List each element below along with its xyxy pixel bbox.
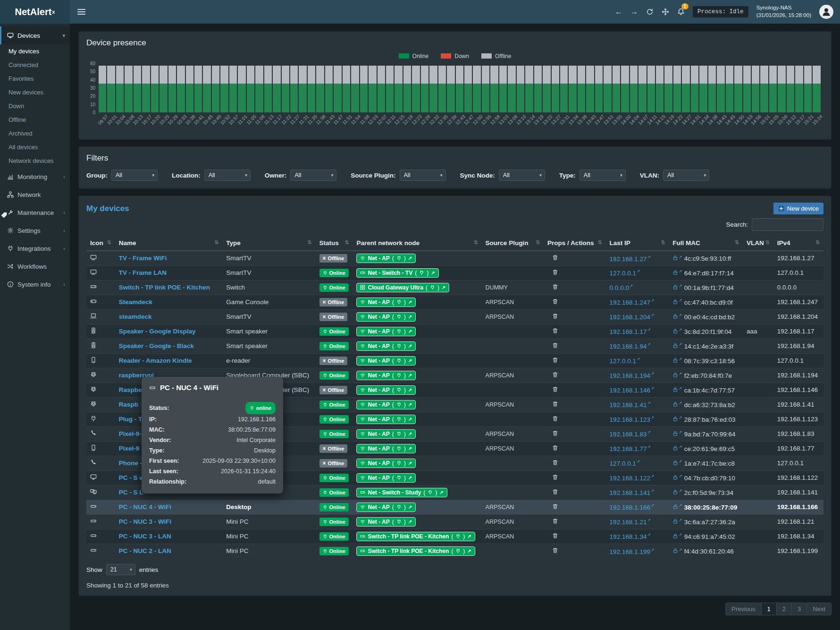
device-name-link[interactable]: Pixel-9- xyxy=(119,430,142,437)
last-ip-link[interactable]: 192.168.1.247 xyxy=(610,299,650,306)
sort-icon[interactable]: ⇅ xyxy=(214,239,218,246)
delete-button[interactable] xyxy=(552,328,558,334)
table-row[interactable]: Reader - Amazon Kindlee-reader×OfflineNe… xyxy=(86,353,823,368)
last-ip-link[interactable]: 127.0.0.1 xyxy=(610,460,636,467)
delete-button[interactable] xyxy=(552,474,558,480)
table-row[interactable]: steamdeckSmartTV×OfflineNet - AP()↗ARPSC… xyxy=(86,309,823,324)
column-header[interactable]: Status⇅ xyxy=(316,236,353,251)
parent-node-button[interactable]: Switch - TP link POE - Kitchen()↗ xyxy=(356,532,475,541)
parent-node-button[interactable]: Net - AP()↗ xyxy=(356,429,416,439)
lock-icon[interactable] xyxy=(672,445,678,451)
table-row[interactable]: TV - Frame WiFiSmartTV×OfflineNet - AP()… xyxy=(86,251,823,265)
column-header[interactable]: Full MAC⇅ xyxy=(669,236,743,251)
pagination-page-3[interactable]: 3 xyxy=(791,603,807,615)
last-ip-link[interactable]: 192.168.1.41 xyxy=(610,401,647,409)
delete-button[interactable] xyxy=(552,255,558,261)
refresh-icon[interactable] xyxy=(646,8,654,16)
device-name-link[interactable]: Steamdeck xyxy=(119,298,152,306)
table-row[interactable]: PC - NUC 3 - LANMini PCOnlineSwitch - TP… xyxy=(86,529,823,544)
sidebar-subitem[interactable]: Archived xyxy=(0,127,70,140)
parent-node-button[interactable]: Net - AP()↗ xyxy=(356,312,416,322)
parent-node-button[interactable]: Net - AP()↗ xyxy=(356,473,416,483)
device-name-link[interactable]: PC - S w xyxy=(119,474,144,481)
last-ip-link[interactable]: 192.168.1.94 xyxy=(610,343,647,350)
lock-icon[interactable] xyxy=(672,328,678,334)
table-row[interactable]: PC - NUC 3 - WiFiMini PCOnlineNet - AP()… xyxy=(86,514,823,529)
last-ip-link[interactable]: 192.168.1.27 xyxy=(610,255,647,262)
lock-icon[interactable] xyxy=(672,489,678,495)
sort-icon[interactable]: ⇅ xyxy=(307,239,311,246)
column-header[interactable]: Props / Actions⇅ xyxy=(544,236,606,251)
device-name-link[interactable]: Speaker - Google Display xyxy=(119,328,196,335)
parent-node-button[interactable]: Net - AP()↗ xyxy=(356,254,416,263)
last-ip-link[interactable]: 192.168.1.194 xyxy=(610,372,650,379)
sidebar-item-integrations[interactable]: Integrations‹ xyxy=(0,239,70,257)
column-header[interactable]: Name⇅ xyxy=(115,236,223,251)
sort-icon[interactable]: ⇅ xyxy=(473,239,478,246)
device-name-link[interactable]: PC - NUC 3 - WiFi xyxy=(119,518,172,525)
device-name-link[interactable]: Raspbe xyxy=(119,386,142,393)
table-row[interactable]: Speaker - Google - BlackSmart speakerOnl… xyxy=(86,339,823,353)
search-input[interactable] xyxy=(752,218,823,231)
sidebar-subitem[interactable]: All devices xyxy=(0,140,70,154)
sidebar-item-maintenance[interactable]: Maintenance‹ xyxy=(0,204,70,221)
delete-button[interactable] xyxy=(552,386,558,392)
sort-icon[interactable]: ⇅ xyxy=(107,239,111,246)
column-header[interactable]: VLAN⇅ xyxy=(743,236,773,251)
table-row[interactable]: Switch - TP link POE - KitchenSwitchOnli… xyxy=(86,280,823,295)
lock-icon[interactable] xyxy=(672,284,678,290)
sidebar-subitem[interactable]: Down xyxy=(0,99,70,113)
delete-button[interactable] xyxy=(552,357,558,363)
tag-icon[interactable] xyxy=(0,212,8,219)
device-name-link[interactable]: PC - NUC 4 - WiFi xyxy=(119,503,172,511)
last-ip-link[interactable]: 192.168.1.146 xyxy=(610,387,650,394)
parent-node-button[interactable]: Net - AP()↗ xyxy=(356,341,416,351)
lock-icon[interactable] xyxy=(672,372,678,378)
device-name-link[interactable]: Plug - T xyxy=(119,416,143,423)
device-name-link[interactable]: Switch - TP link POE - Kitchen xyxy=(119,284,210,291)
sidebar-subitem[interactable]: Offline xyxy=(0,113,70,127)
lock-icon[interactable] xyxy=(672,533,678,539)
last-ip-link[interactable]: 192.168.1.122 xyxy=(610,475,650,482)
lock-icon[interactable] xyxy=(672,255,678,261)
delete-button[interactable] xyxy=(552,372,558,378)
delete-button[interactable] xyxy=(552,503,558,510)
column-header[interactable]: Last IP⇅ xyxy=(606,236,669,251)
sidebar-item-settings[interactable]: Settings‹ xyxy=(0,221,70,239)
sidebar-subitem[interactable]: My devices xyxy=(0,44,70,58)
device-name-link[interactable]: Raspb xyxy=(119,401,138,408)
sort-icon[interactable]: ⇅ xyxy=(536,239,540,246)
lock-icon[interactable] xyxy=(672,431,678,436)
parent-node-button[interactable]: Net - AP()↗ xyxy=(356,327,416,336)
lock-icon[interactable] xyxy=(672,270,678,275)
sort-icon[interactable]: ⇅ xyxy=(597,239,602,246)
last-ip-link[interactable]: 127.0.0.1 xyxy=(610,358,636,365)
device-name-link[interactable]: Pixel-9 xyxy=(119,445,140,452)
lock-icon[interactable] xyxy=(672,475,678,480)
device-name-link[interactable]: PC - NUC 3 - LAN xyxy=(119,533,171,540)
filter-select-type[interactable]: All xyxy=(580,170,626,181)
device-name-link[interactable]: TV - Frame LAN xyxy=(119,269,167,276)
lock-icon[interactable] xyxy=(672,416,678,422)
pagination-page-1[interactable]: 1 xyxy=(761,603,777,615)
delete-button[interactable] xyxy=(552,489,558,495)
sort-icon[interactable]: ⇅ xyxy=(815,239,820,246)
table-row[interactable]: TV - Frame LANSmartTVOnlineNet - Switch … xyxy=(86,265,823,280)
last-ip-link[interactable]: 192.168.1.17 xyxy=(610,328,647,335)
last-ip-link[interactable]: 192.168.1.123 xyxy=(610,416,650,423)
delete-button[interactable] xyxy=(552,518,558,524)
sidebar-subitem[interactable]: New devices xyxy=(0,85,70,99)
new-device-button[interactable]: New device xyxy=(773,203,823,214)
device-name-link[interactable]: steamdeck xyxy=(119,313,152,320)
parent-node-button[interactable]: Net - AP()↗ xyxy=(356,371,416,380)
last-ip-link[interactable]: 192.168.1.21 xyxy=(610,519,647,526)
pagination-page-2[interactable]: 2 xyxy=(776,603,792,615)
parent-node-button[interactable]: Net - AP()↗ xyxy=(356,415,416,424)
page-size-select[interactable]: 21 xyxy=(106,564,135,575)
filter-select-vlan[interactable]: All xyxy=(663,170,709,181)
lock-icon[interactable] xyxy=(672,358,678,363)
column-header[interactable]: Type⇅ xyxy=(222,236,315,251)
parent-node-button[interactable]: Net - AP()↗ xyxy=(356,444,416,453)
last-ip-link[interactable]: 192.168.1.34 xyxy=(610,533,647,540)
sort-icon[interactable]: ⇅ xyxy=(661,239,665,246)
